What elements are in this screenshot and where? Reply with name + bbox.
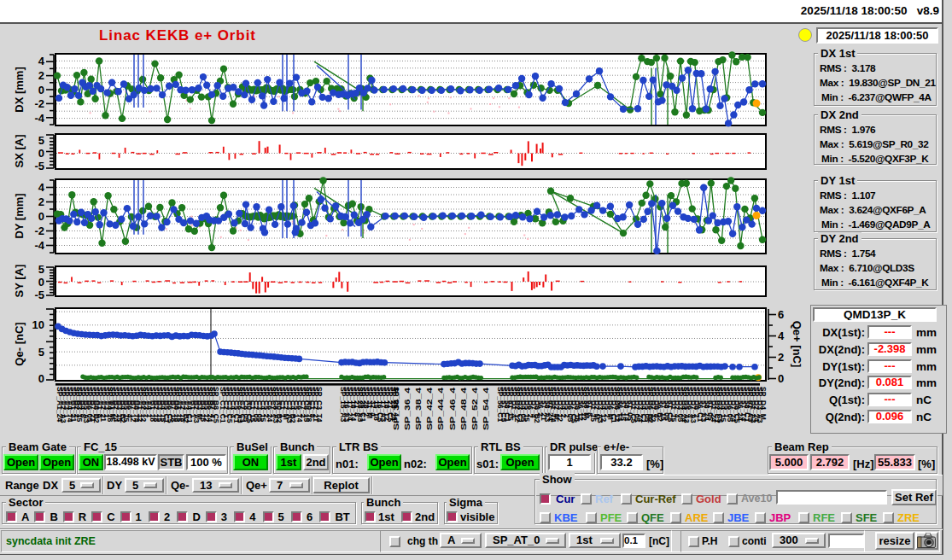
svg-text:2: 2 (778, 351, 784, 364)
svg-text:5: 5 (38, 263, 44, 276)
svg-text:0: 0 (38, 210, 44, 223)
svg-text:5: 5 (38, 134, 44, 147)
svg-text:4: 4 (778, 330, 785, 342)
svg-text:SP_42_4: SP_42_4 (425, 388, 434, 430)
svg-text:DY [mm]: DY [mm] (13, 193, 26, 238)
svg-text:0: 0 (778, 372, 784, 385)
svg-text:SP_36_4: SP_36_4 (403, 388, 412, 430)
svg-text:4: 4 (38, 181, 45, 194)
svg-text:0: 0 (38, 147, 44, 160)
svg-text:Qe+ [nC]: Qe+ [nC] (791, 321, 803, 368)
svg-text:SP_38_4: SP_38_4 (414, 388, 423, 430)
svg-text:SP_46_4: SP_46_4 (448, 388, 457, 430)
svg-text:-4: -4 (34, 112, 44, 125)
svg-text:4: 4 (38, 55, 45, 67)
svg-text:SY [A]: SY [A] (13, 265, 26, 298)
svg-text:SP_44_4: SP_44_4 (436, 388, 445, 430)
svg-text:SP_34_4: SP_34_4 (392, 388, 400, 430)
svg-text:2: 2 (38, 69, 44, 82)
svg-text:5: 5 (38, 346, 44, 359)
svg-text:SX [A]: SX [A] (13, 135, 26, 168)
svg-text:0: 0 (38, 372, 44, 385)
svg-text:SP_C3_T4: SP_C3_T4 (315, 387, 324, 423)
svg-text:Qe- [nC]: Qe- [nC] (13, 322, 26, 365)
svg-text:-4: -4 (34, 239, 44, 252)
svg-text:2: 2 (38, 195, 44, 208)
svg-text:-5: -5 (34, 289, 44, 301)
svg-text:DX [mm]: DX [mm] (13, 67, 26, 112)
svg-text:-2: -2 (34, 225, 44, 237)
svg-text:10: 10 (32, 318, 44, 331)
svg-text:-2: -2 (34, 97, 44, 110)
svg-text:SP_D4_M: SP_D4_M (759, 387, 768, 420)
svg-text:6: 6 (778, 308, 784, 321)
svg-text:-5: -5 (34, 160, 44, 172)
svg-text:SP_54_4: SP_54_4 (482, 388, 490, 430)
svg-text:0: 0 (38, 84, 44, 96)
svg-text:0: 0 (38, 276, 44, 289)
svg-text:SP_52_4: SP_52_4 (470, 388, 479, 430)
svg-text:SP_48_4: SP_48_4 (459, 388, 468, 430)
